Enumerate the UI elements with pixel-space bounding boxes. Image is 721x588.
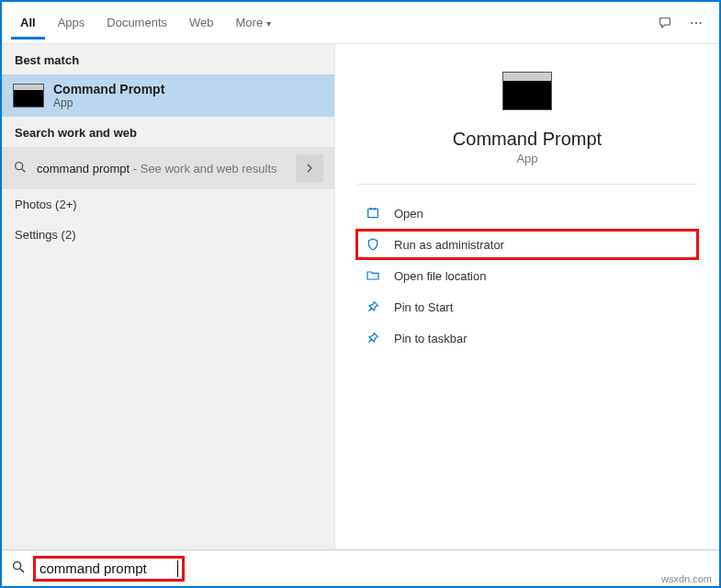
- action-pin-to-taskbar[interactable]: Pin to taskbar: [357, 324, 697, 352]
- svg-point-3: [16, 162, 23, 169]
- feedback-icon[interactable]: [651, 9, 679, 37]
- search-bar[interactable]: [2, 549, 719, 586]
- preview-subtitle: App: [516, 152, 537, 165]
- tab-apps[interactable]: Apps: [49, 6, 95, 40]
- search-input[interactable]: [39, 560, 177, 576]
- watermark: wsxdn.com: [661, 573, 712, 584]
- text-caret: [177, 560, 178, 577]
- svg-point-2: [700, 21, 702, 23]
- web-result-text: command prompt - See work and web result…: [37, 162, 277, 175]
- action-pin-to-start[interactable]: Pin to Start: [357, 293, 697, 321]
- preview-panel: Command Prompt App Open Run as administr…: [334, 44, 719, 549]
- command-prompt-icon-large: [502, 72, 552, 110]
- results-panel: Best match Command Prompt App Search wor…: [2, 44, 334, 549]
- pin-icon: [365, 330, 381, 346]
- best-match-subtitle: App: [53, 96, 164, 109]
- section-search-web: Search work and web: [2, 117, 334, 147]
- search-icon: [13, 160, 28, 177]
- command-prompt-icon: [13, 84, 44, 107]
- shield-icon: [365, 236, 381, 253]
- preview-title: Command Prompt: [453, 129, 602, 150]
- action-label: Open file location: [394, 269, 486, 283]
- best-match-title: Command Prompt: [53, 82, 164, 96]
- tab-more[interactable]: More: [227, 6, 281, 40]
- best-match-item[interactable]: Command Prompt App: [2, 74, 334, 117]
- pin-icon: [365, 299, 381, 315]
- action-label: Pin to Start: [394, 300, 453, 314]
- svg-point-1: [695, 21, 697, 23]
- web-result-item[interactable]: command prompt - See work and web result…: [2, 147, 334, 189]
- svg-point-6: [14, 562, 21, 570]
- chevron-right-icon[interactable]: [296, 154, 323, 182]
- svg-point-0: [691, 21, 693, 23]
- section-best-match: Best match: [2, 44, 334, 74]
- more-options-icon[interactable]: [682, 9, 710, 37]
- svg-line-7: [20, 569, 24, 572]
- filter-tabs: All Apps Documents Web More: [2, 2, 719, 44]
- open-icon: [365, 205, 381, 221]
- category-photos[interactable]: Photos (2+): [2, 189, 334, 220]
- action-open-file-location[interactable]: Open file location: [357, 262, 697, 289]
- folder-icon: [365, 267, 381, 284]
- action-label: Pin to taskbar: [394, 332, 468, 345]
- svg-line-4: [22, 169, 25, 172]
- tab-all[interactable]: All: [11, 6, 45, 40]
- svg-rect-5: [368, 209, 378, 217]
- action-open[interactable]: Open: [357, 199, 697, 227]
- category-settings[interactable]: Settings (2): [2, 220, 334, 250]
- search-icon: [11, 560, 26, 577]
- tab-documents[interactable]: Documents: [97, 6, 176, 40]
- action-run-as-administrator[interactable]: Run as administrator: [357, 231, 697, 258]
- tab-web[interactable]: Web: [180, 6, 223, 40]
- action-label: Open: [394, 207, 423, 220]
- action-label: Run as administrator: [394, 238, 504, 252]
